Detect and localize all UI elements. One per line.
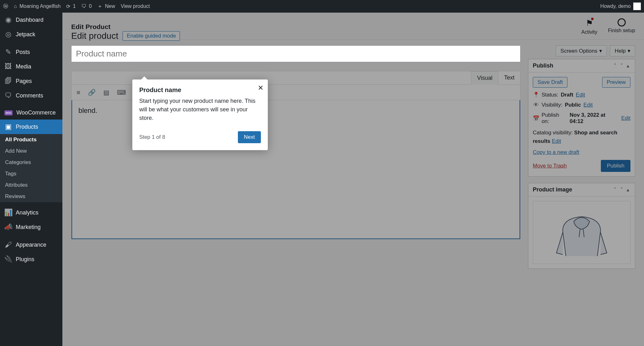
- submenu-tags[interactable]: Tags: [0, 168, 62, 179]
- dashboard-icon: ◉: [4, 16, 12, 24]
- submenu-add-new[interactable]: Add New: [0, 145, 62, 157]
- sidebar-submenu: All Products Add New Categories Tags Att…: [0, 134, 62, 202]
- comments-icon: 🗨: [4, 92, 12, 99]
- howdy[interactable]: Howdy, demo: [600, 3, 641, 10]
- analytics-icon: 📊: [4, 209, 12, 216]
- comment-icon: 🗨: [81, 3, 86, 9]
- new-label: New: [105, 3, 115, 9]
- next-button[interactable]: Next: [238, 131, 261, 143]
- home-icon: ⌂: [14, 3, 17, 9]
- site-name[interactable]: ⌂ Moaning Angelfish: [14, 3, 60, 9]
- submenu-all-products[interactable]: All Products: [0, 134, 62, 145]
- guided-tooltip: ✕ Product name Start typing your new pro…: [132, 79, 268, 150]
- comments-count: 0: [89, 3, 92, 9]
- plugins-icon: 🔌: [4, 255, 12, 263]
- appearance-icon: 🖌: [4, 241, 12, 249]
- products-icon: ▣: [4, 123, 12, 131]
- tooltip-body: Start typing your new product name here.…: [139, 97, 261, 122]
- guided-overlay: [62, 13, 644, 346]
- sidebar-item-marketing[interactable]: 📣Marketing: [0, 220, 62, 234]
- site-name-label: Moaning Angelfish: [20, 3, 61, 9]
- sidebar-item-plugins[interactable]: 🔌Plugins: [0, 252, 62, 267]
- sidebar-item-analytics[interactable]: 📊Analytics: [0, 205, 62, 220]
- tooltip-step: Step 1 of 8: [139, 134, 165, 140]
- view-product[interactable]: View product: [121, 3, 150, 9]
- jetpack-icon: ◎: [4, 31, 12, 38]
- plus-icon: ＋: [97, 3, 102, 10]
- submenu-attributes[interactable]: Attributes: [0, 179, 62, 191]
- updates-icon: ⟳: [66, 3, 70, 9]
- sidebar-item-posts[interactable]: ✎Posts: [0, 45, 62, 59]
- sidebar-item-woocommerce[interactable]: wooWooCommerce: [0, 106, 62, 120]
- admin-bar: ⓦ ⌂ Moaning Angelfish ⟳ 1 🗨 0 ＋ New View…: [0, 0, 644, 13]
- posts-icon: ✎: [4, 48, 12, 56]
- marketing-icon: 📣: [4, 223, 12, 231]
- new-content[interactable]: ＋ New: [97, 3, 115, 10]
- avatar: [633, 3, 641, 10]
- close-icon[interactable]: ✕: [258, 84, 263, 92]
- sidebar-item-jetpack[interactable]: ◎Jetpack: [0, 27, 62, 42]
- sidebar-item-products[interactable]: ▣Products: [0, 120, 62, 134]
- sidebar-item-comments[interactable]: 🗨Comments: [0, 88, 62, 103]
- sidebar-item-appearance[interactable]: 🖌Appearance: [0, 238, 62, 252]
- sidebar-item-media[interactable]: 🖼Media: [0, 59, 62, 74]
- submenu-reviews[interactable]: Reviews: [0, 191, 62, 202]
- wp-logo[interactable]: ⓦ: [3, 3, 8, 10]
- updates-count: 1: [73, 3, 76, 9]
- howdy-label: Howdy, demo: [600, 3, 631, 9]
- admin-sidebar: ◉Dashboard ◎Jetpack ✎Posts 🖼Media 🗐Pages…: [0, 13, 62, 346]
- pages-icon: 🗐: [4, 77, 12, 85]
- comments[interactable]: 🗨 0: [81, 3, 92, 9]
- tooltip-title: Product name: [139, 86, 261, 94]
- media-icon: 🖼: [4, 63, 12, 70]
- updates[interactable]: ⟳ 1: [66, 3, 76, 9]
- submenu-categories[interactable]: Categories: [0, 157, 62, 168]
- sidebar-item-pages[interactable]: 🗐Pages: [0, 74, 62, 88]
- product-name-input[interactable]: [71, 45, 520, 62]
- woo-icon: woo: [4, 110, 13, 115]
- main-content: Edit Product ⚑ Activity Finish setup Edi…: [62, 13, 644, 346]
- sidebar-item-dashboard[interactable]: ◉Dashboard: [0, 13, 62, 27]
